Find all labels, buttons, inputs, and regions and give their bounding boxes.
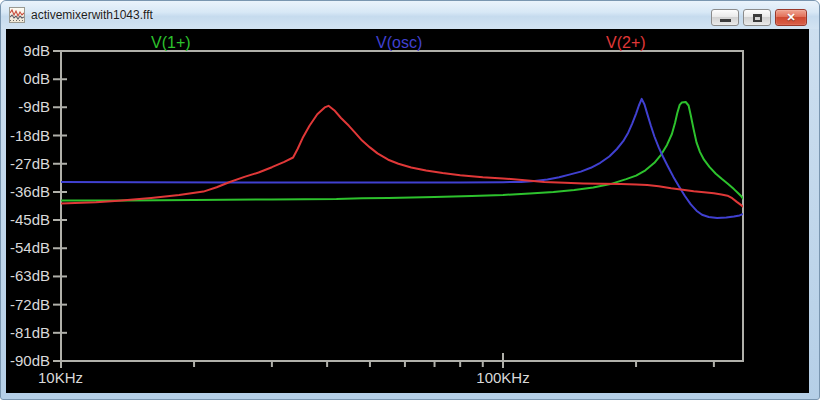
legend-label-2[interactable]: V(2+) <box>606 34 646 51</box>
y-axis-label: -9dB <box>18 98 50 115</box>
legend-label-1[interactable]: V(osc) <box>376 34 422 51</box>
fft-plot[interactable]: 9dB0dB-9dB-18dB-27dB-36dB-45dB-54dB-63dB… <box>6 29 809 393</box>
y-axis-label: -90dB <box>10 352 50 369</box>
plot-border <box>61 51 743 361</box>
x-axis-label: 100KHz <box>476 369 529 386</box>
y-axis-label: -36dB <box>10 183 50 200</box>
restore-icon <box>753 14 762 22</box>
y-axis-label: -81dB <box>10 324 50 341</box>
close-icon: ✕ <box>786 12 795 23</box>
y-axis-label: -63dB <box>10 267 50 284</box>
y-axis-label: 9dB <box>23 42 50 59</box>
minimize-button[interactable] <box>711 9 739 26</box>
y-axis-label: -72dB <box>10 296 50 313</box>
y-axis-label: -27dB <box>10 155 50 172</box>
x-axis-label: 10KHz <box>38 369 83 386</box>
trace-2 <box>61 106 744 207</box>
minimize-icon <box>720 19 731 22</box>
waveform-icon <box>9 7 25 23</box>
y-axis-label: 0dB <box>23 70 50 87</box>
y-axis-label: -45dB <box>10 211 50 228</box>
plot-pane: 9dB0dB-9dB-18dB-27dB-36dB-45dB-54dB-63dB… <box>6 29 809 393</box>
title-bar[interactable]: activemixerwith1043.fft ✕ <box>1 1 819 29</box>
y-axis-label: -54dB <box>10 239 50 256</box>
legend-label-0[interactable]: V(1+) <box>151 34 191 51</box>
y-axis-label: -18dB <box>10 127 50 144</box>
window-controls: ✕ <box>711 9 807 26</box>
fft-viewer-window: activemixerwith1043.fft ✕ 9dB0dB-9dB-18d… <box>0 0 820 400</box>
restore-button[interactable] <box>743 9 771 26</box>
waveform-icon-art <box>10 8 24 22</box>
window-title: activemixerwith1043.fft <box>31 8 153 22</box>
close-button[interactable]: ✕ <box>775 9 807 26</box>
